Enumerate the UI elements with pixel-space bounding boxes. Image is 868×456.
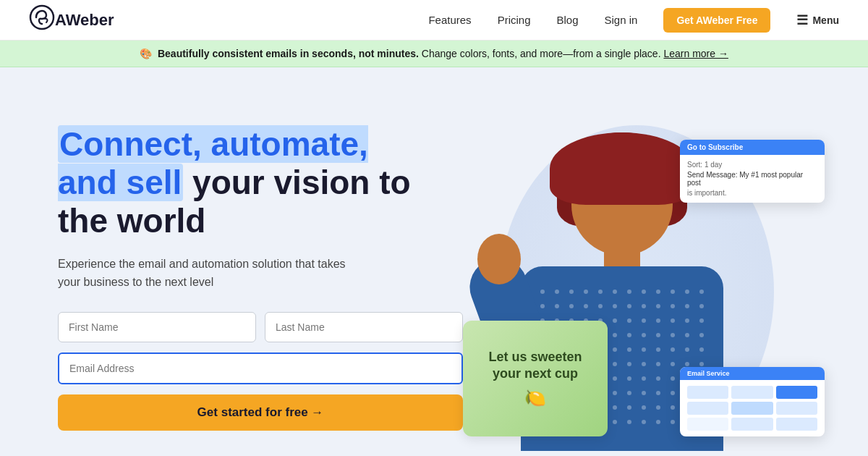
hero-illustration: Go to Subscribe Sort: 1 day Send Message… <box>463 111 839 451</box>
nav-links: Features Pricing Blog Sign in Get AWeber… <box>428 8 839 33</box>
nav-signin[interactable]: Sign in <box>605 14 638 26</box>
nav-pricing[interactable]: Pricing <box>498 14 531 26</box>
ui-card-coffee: Let us sweeten your next cup 🍋 <box>463 321 608 436</box>
last-name-input[interactable] <box>265 312 463 342</box>
first-name-input[interactable] <box>58 312 256 342</box>
email-input[interactable] <box>58 352 463 384</box>
email-stats-header: Email Service <box>680 367 825 380</box>
banner-regular-text: Change colors, fonts, and more—from a si… <box>422 48 661 59</box>
stats-cell <box>731 386 773 399</box>
hero-heading: Connect, automate,and sell your vision t… <box>58 125 463 240</box>
coffee-card-text: Let us sweeten your next cup <box>488 349 582 383</box>
stats-cell-active <box>776 386 817 399</box>
coffee-emoji: 🍋 <box>524 388 546 408</box>
stats-cell <box>687 386 728 399</box>
email-stats-body <box>680 380 825 436</box>
hero-section: Connect, automate,and sell your vision t… <box>0 67 868 451</box>
nav-features[interactable]: Features <box>428 14 471 26</box>
stats-cell <box>687 402 728 415</box>
hero-visual-area: Go to Subscribe Sort: 1 day Send Message… <box>463 111 839 451</box>
stats-cell <box>687 418 728 431</box>
announcement-banner: 🎨 Beautifully consistent emails in secon… <box>0 41 868 67</box>
ui-card-row2: Send Message: My #1 most popular post <box>687 171 817 187</box>
nav-menu-button[interactable]: ☰ Menu <box>796 12 839 28</box>
logo-icon <box>29 4 55 35</box>
name-fields-row <box>58 312 463 342</box>
menu-label: Menu <box>812 14 839 26</box>
coffee-line2: your next cup <box>493 366 578 381</box>
stats-cell <box>731 418 773 431</box>
stats-grid-1 <box>687 386 817 399</box>
coffee-line1: Let us sweeten <box>488 350 582 364</box>
navigation: AWeber Features Pricing Blog Sign in Get… <box>0 0 868 41</box>
stats-cell <box>776 402 817 415</box>
ui-card-row3: is important. <box>687 189 817 197</box>
stats-cell <box>731 402 773 415</box>
banner-learn-more-link[interactable]: Learn more → <box>663 48 728 59</box>
ui-card-automation: Go to Subscribe Sort: 1 day Send Message… <box>680 140 825 203</box>
ui-card-row1: Sort: 1 day <box>687 161 817 169</box>
woman-hand-left <box>477 234 521 284</box>
hero-content: Connect, automate,and sell your vision t… <box>58 111 463 431</box>
banner-bold-text: Beautifully consistent emails in seconds… <box>158 48 419 59</box>
stats-cell <box>776 418 817 431</box>
nav-get-free-button[interactable]: Get AWeber Free <box>663 8 770 33</box>
stats-grid-2 <box>687 402 817 415</box>
stats-grid-3 <box>687 418 817 431</box>
ui-card-automation-header: Go to Subscribe <box>680 140 825 155</box>
ui-card-email-stats: Email Service <box>680 367 825 436</box>
hamburger-icon: ☰ <box>796 12 808 28</box>
logo-wordmark: AWeber <box>55 11 114 30</box>
banner-emoji: 🎨 <box>140 48 152 59</box>
nav-blog[interactable]: Blog <box>556 14 578 26</box>
hero-subtext: Experience the email and automation solu… <box>58 255 362 292</box>
get-started-button[interactable]: Get started for free → <box>58 394 463 431</box>
svg-point-0 <box>30 6 54 29</box>
logo[interactable]: AWeber <box>29 4 114 35</box>
woman-hair-top <box>550 132 694 205</box>
